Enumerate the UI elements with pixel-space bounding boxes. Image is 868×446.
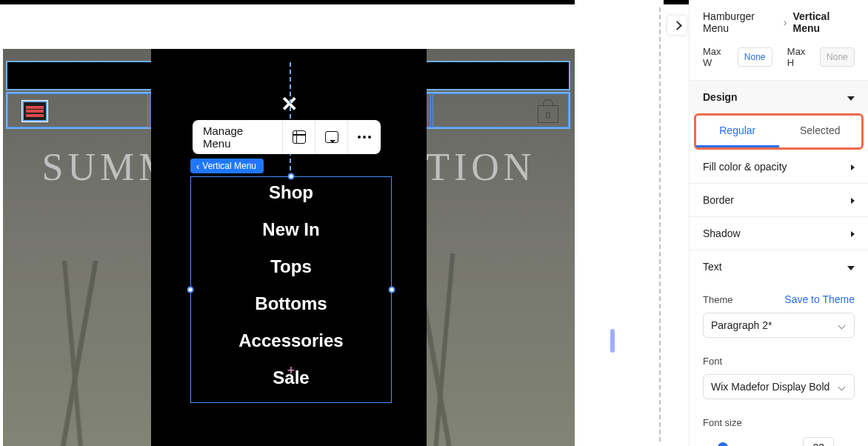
breadcrumb-current: Vertical Menu — [792, 10, 855, 34]
font-row: Font — [690, 345, 868, 371]
font-label: Font — [703, 356, 722, 367]
comment-icon — [325, 131, 338, 143]
maxw-label: Max W — [703, 46, 730, 68]
menu-item-sale[interactable]: Sale — [273, 367, 309, 388]
chevron-right-icon — [851, 161, 855, 173]
more-icon — [358, 136, 371, 139]
fontsize-unit: px — [844, 442, 855, 447]
chevron-down-icon — [847, 261, 855, 273]
tab-selected[interactable]: Selected — [779, 116, 862, 147]
chevron-right-icon — [674, 22, 681, 29]
resize-handle-top[interactable] — [288, 173, 295, 180]
chevron-down-icon — [839, 323, 847, 328]
maxh-label: Max H — [787, 46, 812, 68]
fontsize-slider[interactable] — [703, 440, 792, 446]
shadow-label: Shadow — [703, 227, 741, 239]
layout-button[interactable] — [283, 120, 316, 154]
ruler-dashed — [659, 7, 661, 442]
border-label: Border — [703, 194, 734, 206]
shadow-row[interactable]: Shadow — [690, 216, 868, 250]
close-icon[interactable] — [281, 92, 298, 116]
chevron-right-icon — [851, 227, 855, 239]
chevron-right-icon — [851, 194, 855, 206]
fontsize-control: 22 px — [690, 433, 868, 446]
more-button[interactable] — [348, 120, 381, 154]
comment-button[interactable] — [316, 120, 348, 154]
menu-item-shop[interactable]: Shop — [269, 182, 313, 203]
vmenu-list: Shop New In Tops Bottoms Accessories Sal… — [190, 182, 392, 388]
vertical-menu[interactable]: + Shop New In Tops Bottoms Accessories S… — [190, 176, 392, 403]
ruler-marker[interactable] — [610, 329, 615, 353]
cart-icon[interactable]: 0 — [538, 99, 558, 123]
breadcrumb: Hamburger Menu Vertical Menu — [690, 0, 868, 41]
design-label: Design — [703, 91, 738, 103]
size-constraints-row: Max W None Max H None — [690, 41, 868, 80]
design-section-header[interactable]: Design — [690, 80, 868, 113]
text-label: Text — [703, 261, 722, 273]
canvas-gutter — [575, 0, 664, 446]
fontsize-input[interactable]: 22 — [803, 437, 834, 446]
chevron-down-icon — [839, 385, 847, 390]
hamburger-icon[interactable] — [22, 101, 47, 122]
element-tag-label: Vertical Menu — [202, 161, 256, 171]
font-select[interactable]: Wix Madefor Display Bold — [703, 374, 855, 399]
theme-row: Theme Save to Theme — [690, 283, 868, 310]
theme-select[interactable]: Paragraph 2* — [703, 313, 855, 338]
slider-thumb[interactable] — [718, 442, 728, 446]
chevron-down-icon — [847, 91, 855, 103]
element-tag[interactable]: Vertical Menu — [190, 159, 264, 173]
menu-item-bottoms[interactable]: Bottoms — [255, 293, 327, 314]
layout-icon — [293, 130, 306, 144]
inspector-panel: Hamburger Menu Vertical Menu Max W None … — [689, 0, 868, 446]
collapse-panel-button[interactable] — [667, 15, 687, 36]
element-toolbar: Manage Menu — [193, 120, 381, 154]
text-row[interactable]: Text — [690, 250, 868, 283]
maxh-value[interactable]: None — [820, 47, 855, 67]
cart-count: 0 — [538, 110, 558, 121]
theme-value: Paragraph 2* — [711, 319, 772, 331]
maxw-value[interactable]: None — [738, 47, 772, 67]
fill-row[interactable]: Fill color & opacity — [690, 150, 868, 183]
menu-item-accessories[interactable]: Accessories — [238, 330, 343, 351]
fontsize-row: Font size — [690, 407, 868, 433]
manage-menu-button[interactable]: Manage Menu — [193, 120, 283, 154]
state-tabs: Regular Selected — [696, 116, 861, 147]
breadcrumb-parent[interactable]: Hamburger Menu — [703, 10, 778, 34]
fontsize-label: Font size — [703, 417, 742, 428]
font-value: Wix Madefor Display Bold — [711, 381, 829, 393]
menu-item-tops[interactable]: Tops — [270, 256, 312, 277]
state-tabs-highlight: Regular Selected — [694, 113, 864, 150]
theme-label: Theme — [703, 294, 732, 305]
fill-label: Fill color & opacity — [703, 161, 787, 173]
tab-regular[interactable]: Regular — [696, 116, 779, 147]
menu-item-new-in[interactable]: New In — [262, 219, 319, 240]
save-to-theme-link[interactable]: Save to Theme — [784, 293, 855, 305]
editor-canvas: SUMMER COLLECTION 0 Manage Menu Vertical… — [3, 12, 575, 446]
chevron-right-icon — [784, 16, 787, 28]
border-row[interactable]: Border — [690, 183, 868, 216]
